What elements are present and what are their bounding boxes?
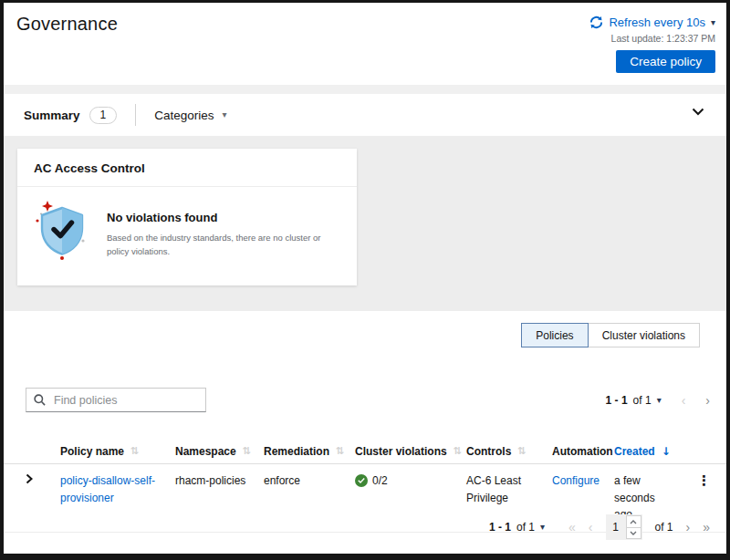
chevron-right-icon — [26, 473, 60, 484]
next-page-button[interactable]: › — [705, 394, 710, 407]
refresh-dropdown[interactable]: Refresh every 10s ▾ — [589, 16, 715, 29]
namespace-cell: rhacm-policies — [175, 472, 264, 490]
shield-check-icon — [34, 200, 90, 262]
pagination-of: of 1 — [516, 521, 535, 534]
status-text: No violations found Based on the industr… — [107, 211, 337, 262]
next-page-button[interactable]: › — [686, 521, 691, 534]
column-created[interactable]: Created↓ — [614, 445, 681, 458]
page-stepper — [626, 515, 641, 539]
view-toggle-group: Policies Cluster violations — [521, 323, 700, 347]
controls-cell: AC-6 Least Privilege — [466, 472, 552, 506]
summary-bar: Summary 1 Categories ▾ — [4, 94, 726, 136]
caret-down-icon: ▾ — [540, 523, 545, 532]
increment-page-button[interactable] — [627, 516, 641, 527]
violations-count: 0/2 — [372, 472, 388, 490]
column-namespace[interactable]: Namespace⇅ — [175, 445, 264, 458]
sort-desc-icon: ↓ — [662, 445, 671, 458]
pagination-range-dropdown[interactable]: 1 - 1 of 1 ▾ — [606, 394, 662, 407]
search-input[interactable] — [52, 393, 198, 408]
header-actions: Refresh every 10s ▾ Last update: 1:23:37… — [589, 16, 715, 73]
sort-icon: ⇅ — [517, 445, 526, 457]
card-title: AC Access Control — [17, 149, 357, 187]
categories-label: Categories — [154, 109, 214, 122]
prev-page-button[interactable]: ‹ — [589, 521, 593, 534]
create-policy-button[interactable]: Create policy — [616, 50, 715, 73]
column-controls[interactable]: Controls⇅ — [466, 445, 552, 458]
total-pages-label: of 1 — [655, 521, 673, 534]
categories-dropdown[interactable]: Categories ▾ — [154, 109, 226, 122]
search-icon — [34, 394, 46, 406]
refresh-sync-icon — [589, 16, 603, 29]
column-cluster-violations[interactable]: Cluster violations⇅ — [355, 445, 466, 458]
ac-access-control-card: AC Access Control No violation — [17, 149, 357, 285]
column-automation: Automation — [552, 445, 614, 458]
caret-down-icon: ▾ — [223, 110, 227, 119]
last-page-button[interactable]: » — [703, 521, 710, 534]
decrement-page-button[interactable] — [627, 527, 641, 538]
success-check-icon — [355, 474, 368, 487]
pagination-range: 1 - 1 — [489, 521, 511, 534]
cluster-violations-cell: 0/2 — [355, 472, 466, 490]
pagination-of: of 1 — [633, 394, 652, 407]
card-body: No violations found Based on the industr… — [17, 187, 357, 262]
search-box — [26, 388, 206, 412]
summary-label: Summary — [24, 109, 80, 122]
row-kebab-menu[interactable]: ⋮ — [697, 472, 712, 489]
expand-row-button[interactable] — [26, 473, 60, 484]
pagination-top: 1 - 1 of 1 ▾ ‹ › — [606, 388, 710, 412]
caret-down-icon: ▾ — [657, 396, 662, 405]
chevron-down-icon — [692, 108, 704, 116]
collapse-summary-button[interactable] — [692, 108, 704, 116]
sort-icon: ⇅ — [336, 445, 344, 457]
page-header: Governance Refresh every 10s ▾ Last upda… — [4, 3, 726, 85]
policies-section: Policies Cluster violations 1 - 1 of 1 ▾… — [4, 311, 726, 554]
pagination-range: 1 - 1 — [606, 394, 628, 407]
status-title: No violations found — [107, 211, 337, 224]
current-page-input[interactable]: 1 — [606, 521, 626, 534]
pagination-bottom: 1 - 1 of 1 ▾ « ‹ 1 of 1 › » — [489, 513, 710, 541]
tab-policies[interactable]: Policies — [521, 323, 588, 347]
policy-name-link[interactable]: policy-disallow-self-provisioner — [60, 474, 155, 504]
table-header-row: Policy name⇅ Namespace⇅ Remediation⇅ Clu… — [4, 439, 726, 464]
status-description: Based on the industry standards, there a… — [107, 231, 337, 258]
pagination-range-dropdown[interactable]: 1 - 1 of 1 ▾ — [489, 521, 545, 534]
summary-count-badge: 1 — [89, 107, 118, 124]
refresh-interval-label[interactable]: Refresh every 10s — [609, 16, 705, 29]
sort-icon: ⇅ — [243, 445, 251, 457]
sort-icon: ⇅ — [454, 445, 462, 457]
tab-cluster-violations[interactable]: Cluster violations — [588, 323, 700, 347]
prev-page-button[interactable]: ‹ — [682, 394, 686, 407]
first-page-button[interactable]: « — [568, 521, 576, 534]
page-number-input-group: 1 — [606, 514, 642, 540]
column-remediation[interactable]: Remediation⇅ — [264, 445, 355, 458]
sort-icon: ⇅ — [130, 445, 139, 457]
summary-section: AC Access Control No violation — [4, 136, 726, 311]
caret-down-icon: ▾ — [711, 18, 715, 27]
remediation-cell: enforce — [264, 472, 355, 490]
governance-page: Governance Refresh every 10s ▾ Last upda… — [0, 0, 730, 560]
configure-automation-link[interactable]: Configure — [552, 474, 600, 487]
column-policy-name[interactable]: Policy name⇅ — [60, 445, 175, 458]
section-divider — [4, 85, 726, 94]
page-title: Governance — [16, 14, 118, 35]
vertical-divider — [135, 104, 136, 126]
last-update-text: Last update: 1:23:37 PM — [611, 33, 715, 44]
